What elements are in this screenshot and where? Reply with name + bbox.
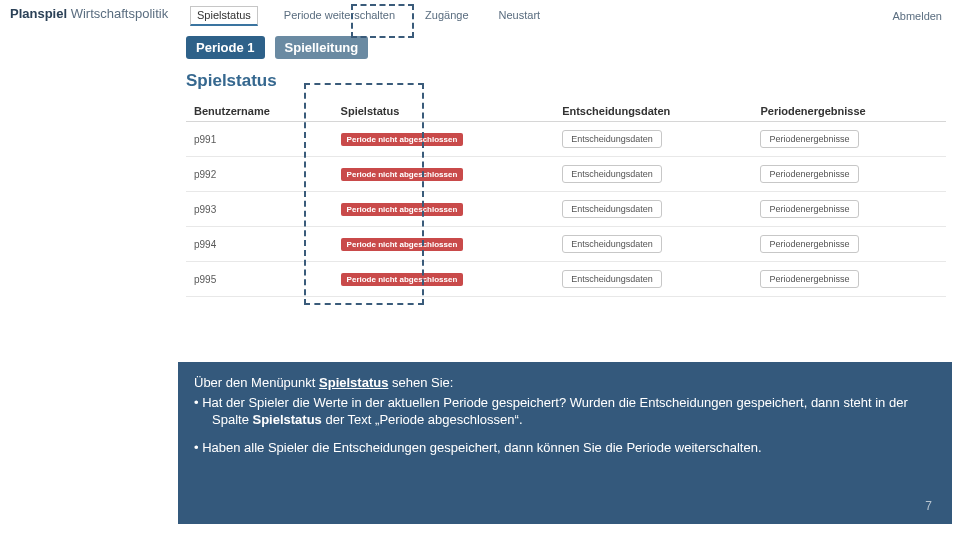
highlight-frame-column (304, 83, 424, 305)
brand: Planspiel Wirtschaftspolitik (10, 6, 168, 21)
table-row: p994Periode nicht abgeschlossenEntscheid… (186, 227, 946, 262)
cell-decisions: Entscheidungsdaten (554, 122, 752, 157)
results-button[interactable]: Periodenergebnisse (760, 200, 858, 218)
cell-decisions: Entscheidungsdaten (554, 192, 752, 227)
cell-results: Periodenergebnisse (752, 262, 946, 297)
brand-sub: Wirtschaftspolitik (67, 6, 168, 21)
highlight-frame-menu (351, 4, 414, 38)
cell-results: Periodenergebnisse (752, 157, 946, 192)
results-button[interactable]: Periodenergebnisse (760, 270, 858, 288)
lead-u: Spielstatus (319, 375, 388, 390)
b1c: der Text „Periode abgeschlossen“. (322, 412, 523, 427)
results-button[interactable]: Periodenergebnisse (760, 235, 858, 253)
table-row: p993Periode nicht abgeschlossenEntscheid… (186, 192, 946, 227)
cell-results: Periodenergebnisse (752, 227, 946, 262)
top-nav: Planspiel Wirtschaftspolitik Spielstatus… (0, 0, 960, 30)
table-row: p992Periode nicht abgeschlossenEntscheid… (186, 157, 946, 192)
results-button[interactable]: Periodenergebnisse (760, 130, 858, 148)
page-number: 7 (925, 498, 932, 514)
decisions-button[interactable]: Entscheidungsdaten (562, 200, 662, 218)
cell-decisions: Entscheidungsdaten (554, 227, 752, 262)
nav-item-abmelden[interactable]: Abmelden (888, 7, 946, 25)
role-badge: Spielleitung (275, 36, 369, 59)
results-button[interactable]: Periodenergebnisse (760, 165, 858, 183)
status-table: Benutzername Spielstatus Entscheidungsda… (186, 101, 946, 297)
lead-a: Über den Menüpunkt (194, 375, 319, 390)
decisions-button[interactable]: Entscheidungsdaten (562, 165, 662, 183)
explanation-bullet-1: Hat der Spieler die Werte in der aktuell… (194, 394, 936, 429)
decisions-button[interactable]: Entscheidungsdaten (562, 235, 662, 253)
b1b: Spielstatus (252, 412, 321, 427)
decisions-button[interactable]: Entscheidungsdaten (562, 270, 662, 288)
cell-decisions: Entscheidungsdaten (554, 262, 752, 297)
cell-results: Periodenergebnisse (752, 192, 946, 227)
cell-results: Periodenergebnisse (752, 122, 946, 157)
page-title: Spielstatus (0, 67, 960, 101)
explanation-panel: Über den Menüpunkt Spielstatus sehen Sie… (178, 362, 952, 524)
decisions-button[interactable]: Entscheidungsdaten (562, 130, 662, 148)
table-row: p995Periode nicht abgeschlossenEntscheid… (186, 262, 946, 297)
nav-item-spielstatus[interactable]: Spielstatus (190, 6, 258, 26)
nav-right: Abmelden (888, 7, 946, 25)
period-badge: Periode 1 (186, 36, 265, 59)
col-header-results: Periodenergebnisse (752, 101, 946, 122)
explanation-bullet-2: Haben alle Spieler die Entscheidungen ge… (194, 439, 936, 457)
table-header-row: Benutzername Spielstatus Entscheidungsda… (186, 101, 946, 122)
table-row: p991Periode nicht abgeschlossenEntscheid… (186, 122, 946, 157)
explanation-lead: Über den Menüpunkt Spielstatus sehen Sie… (194, 374, 936, 392)
nav-item-zugaenge[interactable]: Zugänge (421, 6, 472, 26)
lead-b: sehen Sie: (388, 375, 453, 390)
cell-decisions: Entscheidungsdaten (554, 157, 752, 192)
col-header-decisions: Entscheidungsdaten (554, 101, 752, 122)
context-pills: Periode 1 Spielleitung (0, 30, 960, 67)
brand-main: Planspiel (10, 6, 67, 21)
nav-item-neustart[interactable]: Neustart (495, 6, 545, 26)
